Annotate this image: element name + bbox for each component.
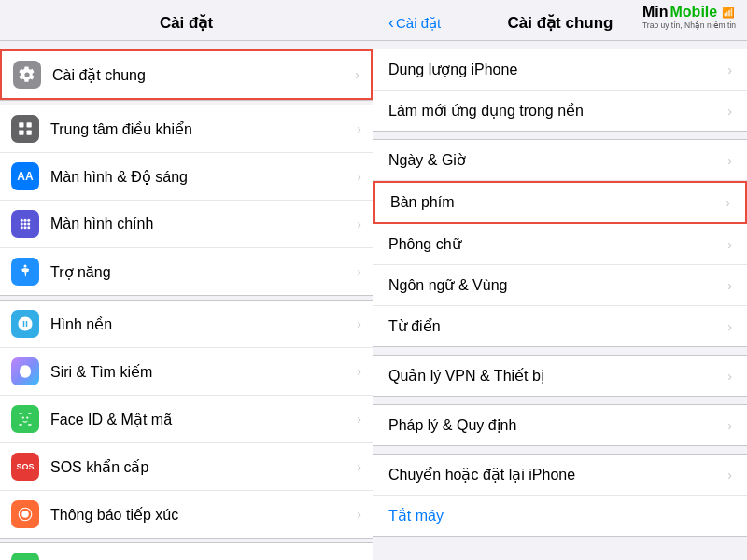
- settings-list: Cài đặt chung › Trung tâm điều khiển › A…: [0, 41, 373, 560]
- svg-point-10: [21, 226, 23, 229]
- brand-mobile: Mobile: [670, 4, 718, 21]
- right-group-3: Quản lý VPN & Thiết bị ›: [374, 355, 747, 397]
- svg-point-9: [27, 223, 30, 226]
- min-mobile-branding: MinMobile 📶 Trao uy tín, Nhận niềm tin: [642, 4, 736, 30]
- right-header: ‹ Cài đặt Cài đặt chung MinMobile 📶 Trao…: [374, 0, 747, 41]
- face-id-label: Face ID & Mật mã: [50, 411, 353, 428]
- sos-label: SOS khẩn cấp: [50, 458, 353, 476]
- control-center-icon: [11, 115, 39, 143]
- wallpaper-icon: [11, 310, 39, 338]
- right-item-lam-moi[interactable]: Làm mới ứng dụng trong nền ›: [374, 91, 747, 131]
- left-title: Cài đặt: [160, 14, 213, 32]
- svg-point-13: [24, 265, 27, 268]
- tro-nang-label: Trợ năng: [50, 263, 353, 281]
- vpn-label: Quản lý VPN & Thiết bị: [388, 367, 727, 385]
- right-list: Dung lượng iPhone › Làm mới ứng dụng tro…: [374, 41, 747, 560]
- svg-rect-2: [19, 131, 23, 135]
- svg-rect-3: [27, 131, 32, 135]
- lam-moi-label: Làm mới ứng dụng trong nền: [388, 102, 727, 119]
- man-hinh-chinh-label: Màn hình chính: [50, 216, 353, 232]
- settings-group-3: Hình nền › Siri & Tìm kiếm › Face ID & M…: [0, 300, 373, 539]
- right-item-phap-ly[interactable]: Pháp lý & Quy định ›: [374, 405, 747, 445]
- svg-rect-15: [28, 413, 32, 414]
- dung-luong-label: Dung lượng iPhone: [388, 61, 727, 78]
- right-item-dung-luong[interactable]: Dung lượng iPhone ›: [374, 49, 747, 91]
- right-panel: ‹ Cài đặt Cài đặt chung MinMobile 📶 Trao…: [374, 0, 747, 560]
- right-item-phong-chu[interactable]: Phông chữ ›: [374, 224, 747, 265]
- right-item-vpn[interactable]: Quản lý VPN & Thiết bị ›: [374, 356, 747, 396]
- sidebar-item-tro-nang[interactable]: Trợ năng ›: [0, 248, 373, 295]
- right-item-tu-dien[interactable]: Từ điển ›: [374, 306, 747, 346]
- svg-rect-17: [28, 424, 32, 426]
- sidebar-item-sos[interactable]: SOS SOS khẩn cấp ›: [0, 443, 373, 491]
- gear-icon: [13, 61, 41, 89]
- home-screen-icon: [11, 210, 39, 238]
- right-item-tat-may[interactable]: Tắt máy: [374, 496, 747, 536]
- sidebar-item-hinh-nen[interactable]: Hình nền ›: [0, 301, 373, 348]
- right-item-ngay-gio[interactable]: Ngày & Giờ ›: [374, 140, 747, 181]
- svg-point-11: [24, 226, 27, 229]
- sidebar-item-siri[interactable]: Siri & Tìm kiếm ›: [0, 348, 373, 396]
- trung-tam-label: Trung tâm điều khiển: [50, 120, 353, 138]
- thong-bao-label: Thông báo tiếp xúc: [50, 506, 353, 524]
- back-label: Cài đặt: [396, 15, 441, 32]
- sidebar-item-trung-tam[interactable]: Trung tâm điều khiển ›: [0, 105, 373, 153]
- right-group-4: Pháp lý & Quy định ›: [374, 404, 747, 446]
- ban-phim-label: Bàn phím: [390, 194, 726, 211]
- sidebar-item-pin[interactable]: Pin ›: [0, 543, 373, 560]
- svg-point-8: [24, 223, 27, 226]
- back-button[interactable]: ‹ Cài đặt: [388, 13, 441, 33]
- svg-point-19: [26, 416, 28, 418]
- right-item-chuyen[interactable]: Chuyển hoặc đặt lại iPhone ›: [374, 455, 747, 496]
- sidebar-item-man-hinh[interactable]: AA Màn hình & Độ sáng ›: [0, 153, 373, 201]
- brand-min: Min: [642, 4, 669, 21]
- chuyen-label: Chuyển hoặc đặt lại iPhone: [388, 466, 727, 483]
- cai-dat-chung-label: Cài đặt chung: [52, 66, 351, 84]
- svg-rect-16: [19, 424, 22, 426]
- svg-point-4: [21, 219, 23, 222]
- svg-point-18: [22, 416, 24, 418]
- right-item-ngon-ngu[interactable]: Ngôn ngữ & Vùng ›: [374, 265, 747, 306]
- sidebar-item-face-id[interactable]: Face ID & Mật mã ›: [0, 396, 373, 443]
- right-group-2: Ngày & Giờ › Bàn phím › Phông chữ › Ngôn…: [374, 139, 747, 347]
- svg-point-7: [21, 223, 23, 226]
- hinh-nen-label: Hình nền: [50, 315, 353, 333]
- accessibility-icon: [11, 258, 39, 286]
- man-hinh-label: Màn hình & Độ sáng: [50, 168, 353, 186]
- svg-point-20: [21, 511, 29, 518]
- brand-tagline: Trao uy tín, Nhận niềm tin: [642, 21, 736, 30]
- sidebar-item-man-hinh-chinh[interactable]: Màn hình chính ›: [0, 201, 373, 248]
- settings-group-4: Pin › Quyền riêng tư ›: [0, 542, 373, 560]
- settings-group-1: Cài đặt chung ›: [0, 49, 373, 101]
- right-group-1: Dung lượng iPhone › Làm mới ứng dụng tro…: [374, 49, 747, 132]
- display-icon: AA: [11, 162, 39, 190]
- sidebar-item-thong-bao[interactable]: Thông báo tiếp xúc ›: [0, 491, 373, 538]
- phone-container: Cài đặt Cài đặt chung › T: [0, 0, 747, 560]
- back-chevron-icon: ‹: [388, 13, 394, 33]
- right-title: Cài đặt chung: [508, 13, 613, 33]
- ngay-gio-label: Ngày & Giờ: [388, 151, 727, 169]
- phap-ly-label: Pháp lý & Quy định: [388, 416, 727, 434]
- ngon-ngu-label: Ngôn ngữ & Vùng: [388, 276, 727, 294]
- right-item-ban-phim[interactable]: Bàn phím ›: [374, 181, 747, 224]
- svg-point-5: [24, 219, 27, 222]
- sos-icon: SOS: [11, 453, 39, 481]
- chevron-icon: ›: [355, 67, 359, 82]
- siri-label: Siri & Tìm kiếm: [50, 363, 353, 381]
- exposure-icon: [11, 500, 39, 528]
- svg-rect-1: [27, 122, 32, 127]
- right-group-5: Chuyển hoặc đặt lại iPhone › Tắt máy: [374, 454, 747, 537]
- siri-icon: [11, 357, 39, 385]
- wifi-icon: 📶: [722, 7, 735, 19]
- left-panel: Cài đặt Cài đặt chung › T: [0, 0, 374, 560]
- phong-chu-label: Phông chữ: [388, 235, 727, 253]
- tu-dien-label: Từ điển: [388, 317, 727, 335]
- left-header: Cài đặt: [0, 0, 373, 41]
- sidebar-item-cai-dat-chung[interactable]: Cài đặt chung ›: [0, 49, 373, 100]
- svg-rect-0: [19, 122, 23, 127]
- battery-icon: [11, 553, 39, 560]
- tat-may-label: Tắt máy: [388, 507, 732, 525]
- svg-point-12: [27, 226, 30, 229]
- svg-point-6: [27, 219, 30, 222]
- settings-group-2: Trung tâm điều khiển › AA Màn hình & Độ …: [0, 105, 373, 296]
